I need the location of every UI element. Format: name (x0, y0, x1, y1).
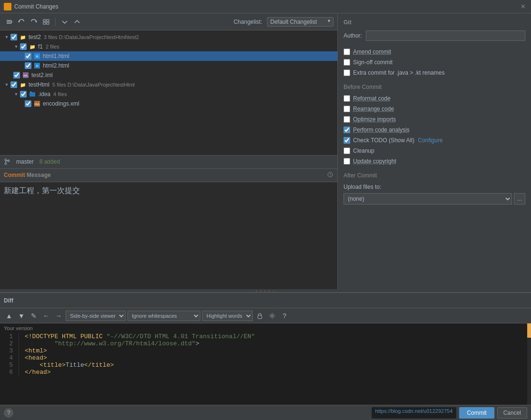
diff-help-button[interactable]: ? (279, 311, 290, 321)
checkbox-html1[interactable] (25, 53, 31, 59)
commit-history-button[interactable] (327, 171, 334, 179)
tree-item-html2[interactable]: H html2.html (0, 61, 337, 70)
upload-more-button[interactable]: ... (514, 193, 525, 205)
cancel-button[interactable]: Cancel (497, 407, 527, 419)
signoff-label[interactable]: Sign-off commit (353, 59, 393, 66)
diff-lock-button[interactable] (255, 311, 265, 321)
optimize-checkbox[interactable] (344, 116, 350, 123)
copyright-row: Update copyright (344, 158, 525, 165)
redo-button[interactable] (29, 17, 39, 27)
tree-item-test2iml[interactable]: IML test2.iml (0, 70, 337, 80)
diff-next-button[interactable]: → (53, 311, 64, 321)
analyze-row: Perform code analysis (344, 127, 525, 133)
diff-settings-button[interactable] (267, 311, 277, 321)
checkbox-test2iml[interactable] (13, 72, 20, 78)
signoff-checkbox[interactable] (344, 59, 350, 66)
move-changes-button[interactable] (4, 17, 14, 27)
group-button[interactable] (41, 17, 51, 27)
expand-arrow-test2[interactable]: ▼ (4, 34, 10, 40)
cleanup-label[interactable]: Cleanup (353, 147, 374, 154)
tree-item-test2[interactable]: ▼ 📁 test2 3 files D:\Data\JavaProject\te… (0, 32, 337, 42)
commit-message-input[interactable]: 新建工程，第一次提交 (0, 182, 337, 303)
close-button[interactable]: × (519, 2, 527, 11)
status-bar: master 8 added (0, 155, 337, 168)
help-button[interactable]: ? (4, 408, 13, 418)
diff-up-button[interactable]: ▲ (4, 311, 14, 321)
scrollbar-thumb[interactable] (527, 323, 531, 338)
copyright-checkbox[interactable] (344, 158, 350, 165)
tree-item-f1[interactable]: ▼ 📁 f1 2 files (0, 42, 337, 51)
diff-prev-button[interactable]: ← (41, 311, 51, 321)
cleanup-checkbox[interactable] (344, 147, 350, 154)
code-line-6: 6 </head> (0, 369, 531, 376)
analyze-label[interactable]: Perform code analysis (353, 127, 410, 133)
whitespace-dropdown[interactable]: Ignore whitespaces Don't ignore whitespa… (128, 311, 200, 321)
reformat-checkbox[interactable] (344, 95, 350, 102)
changelist-label: Changelist: (234, 19, 262, 25)
viewer-dropdown[interactable]: Side-by-side viewer Unified viewer (66, 311, 126, 321)
reformat-label[interactable]: Reformat code (353, 95, 391, 102)
copyright-label[interactable]: Update copyright (353, 158, 396, 165)
branch-icon (4, 158, 10, 165)
tree-label-html1: html1.html (43, 53, 69, 59)
commit-message-header: Commit Message (0, 169, 337, 182)
checktodo-checkbox[interactable] (344, 137, 350, 144)
code-line-2: 2 "http://www.w3.org/TR/html4/loose.dtd"… (0, 340, 531, 347)
analyze-checkbox[interactable] (344, 127, 350, 133)
extra-rename-checkbox[interactable] (344, 69, 350, 76)
tree-item-encodings[interactable]: XML encodings.xml (0, 99, 337, 108)
expand-arrow-f1[interactable]: ▼ (13, 44, 19, 49)
diff-edit-button[interactable]: ✎ (29, 311, 39, 321)
amend-commit-label[interactable]: Amend commit (353, 49, 391, 55)
iml-icon-test2: IML (22, 71, 30, 79)
collapse-all-button[interactable] (72, 17, 82, 27)
commit-label: Commit Message (4, 172, 51, 178)
url-display: https://blog.csdn.net/u012292754 (372, 407, 457, 419)
changelist-dropdown[interactable]: Default Changelist ▼ (267, 17, 334, 27)
expand-all-button[interactable] (59, 17, 70, 27)
window-title: Commit Changes (14, 3, 59, 10)
highlight-dropdown[interactable]: Highlight words Highlight lines No highl… (202, 311, 253, 321)
tree-item-html1[interactable]: H html1.html (0, 51, 337, 61)
svg-text:XML: XML (34, 103, 40, 106)
undo-button[interactable] (16, 17, 27, 27)
svg-point-22 (271, 315, 273, 317)
checkbox-test2[interactable] (10, 34, 17, 40)
added-count: 8 added (39, 158, 60, 165)
svg-rect-7 (47, 22, 49, 24)
reformat-row: Reformat code (344, 95, 525, 102)
checkbox-testhtml[interactable] (10, 81, 17, 88)
commit-button[interactable]: Commit (459, 407, 494, 419)
upload-row: (none) ... (344, 193, 525, 205)
upload-dropdown[interactable]: (none) (344, 193, 512, 205)
checkbox-idea[interactable] (20, 91, 27, 98)
checkbox-html2[interactable] (25, 62, 31, 69)
action-buttons: https://blog.csdn.net/u012292754 Commit … (372, 407, 527, 419)
checkbox-f1[interactable] (20, 43, 27, 50)
checkbox-encodings[interactable] (25, 100, 31, 107)
checktodo-row: Check TODO (Show All) Configure (344, 137, 525, 144)
svg-text:H: H (36, 55, 38, 58)
tree-item-idea[interactable]: ▼ .idea 4 files (0, 89, 337, 99)
expand-arrow-testhtml[interactable]: ▼ (4, 82, 10, 88)
folder-icon-f1: 📁 (29, 43, 36, 50)
svg-rect-14 (30, 92, 35, 97)
tree-item-testhtml[interactable]: ▼ 📁 testHtml 5 files D:\Data\JavaProject… (0, 80, 337, 89)
extrarename-row: Extra commit for .java > .kt renames (344, 69, 525, 76)
expand-arrow-idea[interactable]: ▼ (13, 91, 19, 97)
extra-rename-label[interactable]: Extra commit for .java > .kt renames (353, 69, 444, 76)
rearrange-checkbox[interactable] (344, 106, 350, 112)
diff-section: Diff ▲ ▼ ✎ ← → Side-by-side viewer Unifi… (0, 292, 531, 420)
svg-marker-3 (35, 21, 37, 23)
code-line-5: 5 <title>Title</title> (0, 361, 531, 369)
git-section-label: Git (344, 19, 525, 26)
idea-folder-icon (29, 90, 36, 98)
configure-link[interactable]: Configure (418, 137, 442, 144)
svg-point-17 (5, 159, 7, 161)
optimize-label[interactable]: Optimize imports (353, 116, 396, 123)
amend-commit-checkbox[interactable] (344, 49, 350, 55)
author-input[interactable] (366, 30, 525, 41)
diff-down-button[interactable]: ▼ (16, 311, 27, 321)
svg-rect-4 (43, 20, 46, 21)
rearrange-label[interactable]: Rearrange code (353, 106, 394, 112)
